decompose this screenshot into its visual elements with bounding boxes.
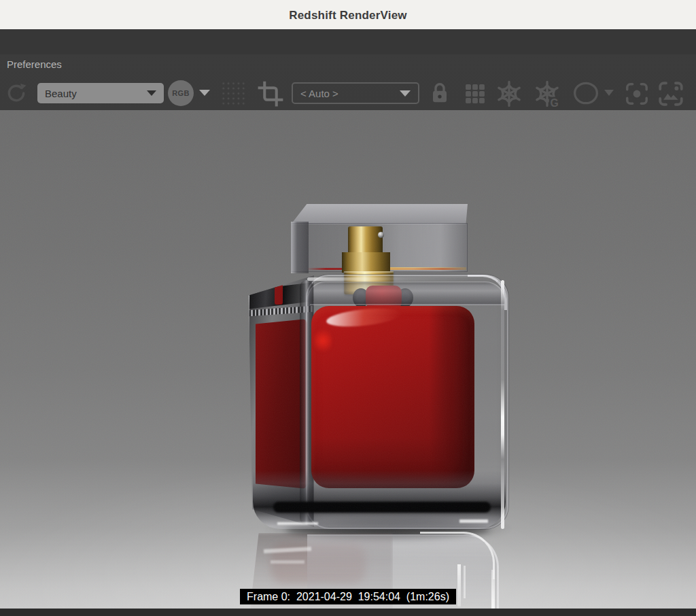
freeze-button[interactable] [494, 79, 524, 109]
redshift-renderview-window: Redshift RenderView Preferences Beauty R… [0, 0, 696, 616]
perfume-bottle-render [0, 110, 696, 609]
region-button[interactable] [572, 80, 600, 106]
render-status: Frame 0: 2021-04-29 19:54:04 (1m:26s) [240, 589, 456, 604]
lock-button[interactable] [428, 78, 451, 108]
window-title: Redshift RenderView [0, 0, 696, 29]
dither-dots-icon[interactable] [221, 81, 246, 106]
freeze-global-button[interactable]: G [530, 79, 564, 109]
freeze-icon [495, 80, 523, 108]
refresh-icon [5, 82, 28, 105]
base-dark-streak [273, 502, 491, 513]
snapshot-dropdown[interactable]: < Auto > [292, 82, 419, 104]
bucket-grid-icon [462, 81, 488, 107]
liquid-specular-gleam [326, 305, 402, 329]
snapshot-dropdown-value: < Auto > [300, 88, 338, 99]
reflection-edge-line [491, 570, 495, 609]
left-corner-liquid-sliver [275, 284, 283, 305]
render-viewport[interactable]: Frame 0: 2021-04-29 19:54:04 (1m:26s) [0, 110, 696, 609]
region-caret-icon[interactable] [604, 90, 614, 96]
freeze-global-badge: G [551, 97, 559, 108]
focus-icon [624, 80, 650, 107]
fit-image-button[interactable] [655, 79, 687, 109]
bottle-right-edge-highlight [501, 280, 504, 529]
bucket-render-button[interactable] [462, 80, 489, 107]
aov-dropdown-value: Beauty [45, 88, 77, 99]
sprayer-top-tier [348, 226, 383, 254]
aov-dropdown[interactable]: Beauty [37, 83, 164, 103]
liquid-front [311, 306, 474, 488]
window-bottom-edge [0, 609, 696, 616]
chevron-down-icon [400, 90, 411, 97]
fit-image-icon [656, 80, 686, 108]
bottle-glass-base [253, 470, 506, 529]
focus-button[interactable] [623, 80, 650, 108]
base-glint [459, 519, 488, 523]
toolbar: Preferences Beauty RGB < Auto > [0, 29, 696, 110]
crop-button[interactable] [256, 79, 285, 109]
glass-cap-left-face [291, 222, 309, 273]
base-glint [277, 522, 318, 525]
titlebar: Redshift RenderView [0, 0, 696, 29]
lock-icon [429, 80, 451, 107]
sprayer-mid-tier [342, 252, 390, 273]
region-ellipse-icon [572, 81, 599, 105]
reflection-edge-line [457, 564, 461, 606]
glass-cap-top-face [291, 204, 468, 224]
channel-mode-button[interactable]: RGB [168, 80, 194, 106]
liquid-bright-red-gleam [314, 326, 332, 355]
left-face-bright-edge [247, 293, 249, 511]
menu-preferences[interactable]: Preferences [7, 58, 62, 70]
reflection-streak [271, 560, 304, 564]
freeze-global-icon: G [532, 80, 563, 108]
channel-caret-icon[interactable] [199, 90, 210, 96]
sprayer-nozzle-hole [378, 232, 384, 238]
reflection-edge-line [464, 566, 466, 598]
crop-icon [256, 80, 285, 108]
cap-gold-reflection-line [378, 267, 466, 270]
refresh-button[interactable] [4, 81, 29, 105]
bottle-shoulder-glint [307, 277, 470, 281]
chevron-down-icon [147, 90, 156, 96]
